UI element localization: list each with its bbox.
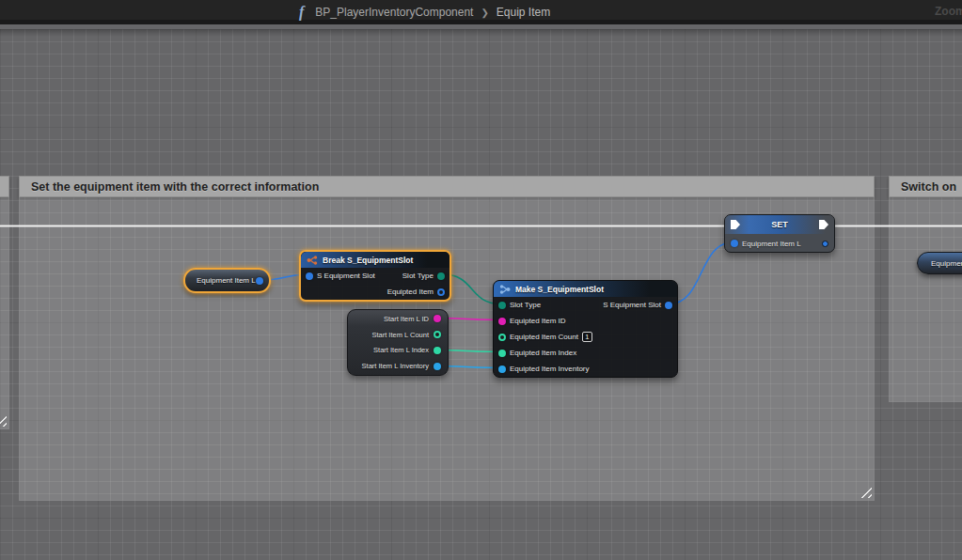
node-break-struct[interactable]: Break S_EquipmentSlot S Equipment Slot S… <box>299 250 451 302</box>
pin-slot-type-out[interactable] <box>437 272 445 280</box>
comment-left-partial[interactable] <box>0 176 9 429</box>
zoom-indicator: Zoom <box>935 5 962 18</box>
variable-label: Equipment <box>931 259 962 268</box>
make-struct-header[interactable]: Make S_EquipmentSlot <box>494 281 677 297</box>
pin-equipment-item-out[interactable] <box>822 241 828 247</box>
pin-s-equipment-slot-in[interactable] <box>306 272 313 280</box>
comment-resize-handle[interactable] <box>860 487 872 498</box>
comment-set-equipment-header[interactable]: Set the equipment item with the correct … <box>19 176 875 197</box>
node-get-equipment-right[interactable]: Equipment <box>917 252 962 274</box>
pin-label: S Equipment Slot <box>317 272 375 280</box>
graph-title-bar: f BP_PlayerInventoryComponent ❯ Equip It… <box>0 0 962 24</box>
pin-equipted-item-count-in[interactable] <box>498 334 506 341</box>
break-struct-header[interactable]: Break S_EquipmentSlot <box>301 252 449 268</box>
pin-equipted-item-id-in[interactable] <box>498 318 506 325</box>
node-title: SET <box>725 220 834 229</box>
variable-label: Start Item L Inventory <box>362 362 429 370</box>
pin-label: Equipted Item <box>387 288 434 296</box>
node-start-item-getters[interactable]: Start Item L ID Start Item L Count Start… <box>347 309 449 376</box>
getter-row[interactable]: Start Item L Inventory <box>348 358 448 374</box>
pin-label: Slot Type <box>402 272 434 280</box>
getter-row[interactable]: Start Item L Index <box>348 343 448 359</box>
node-get-equipment-item[interactable]: Equipment Item L <box>183 268 271 293</box>
make-struct-icon <box>499 285 511 294</box>
breadcrumb: f BP_PlayerInventoryComponent ❯ Equip It… <box>299 0 550 24</box>
comment-title: Set the equipment item with the correct … <box>31 180 319 194</box>
comment-resize-handle[interactable] <box>0 415 7 427</box>
pin-label: Equipted Item Count <box>510 333 578 341</box>
pin-equipted-item-inventory-in[interactable] <box>498 366 506 373</box>
function-icon: f <box>299 4 308 21</box>
node-set-equipment-item[interactable]: SET Equipment Item L <box>724 214 835 253</box>
pin-s-equipment-slot-out[interactable] <box>665 302 672 309</box>
breadcrumb-blueprint[interactable]: BP_PlayerInventoryComponent <box>315 6 473 19</box>
getter-row[interactable]: Start Item L Count <box>348 327 448 343</box>
node-title: Break S_EquipmentSlot <box>323 256 413 265</box>
pin-label: Equipted Item ID <box>510 317 566 325</box>
pin-start-item-inventory-out[interactable] <box>434 363 441 370</box>
comment-switch-on-body <box>889 197 962 402</box>
comment-switch-on-header[interactable]: Switch on <box>889 176 962 197</box>
variable-label: Start Item L ID <box>384 315 429 323</box>
variable-label: Start Item L Count <box>371 331 429 339</box>
pin-equipment-item-in[interactable] <box>731 240 738 247</box>
comment-left-header[interactable] <box>0 176 9 197</box>
pin-start-item-index-out[interactable] <box>434 347 441 354</box>
getter-row[interactable]: Start Item L ID <box>348 311 448 327</box>
comment-switch-on[interactable]: Switch on <box>889 176 962 402</box>
pin-label: Equipment Item L <box>742 240 801 248</box>
pin-equipted-item-index-in[interactable] <box>498 350 506 357</box>
pin-equipted-item-out[interactable] <box>437 288 445 296</box>
comment-title: Switch on <box>901 180 956 194</box>
comment-left-body <box>0 197 9 429</box>
pin-label: S Equipment Slot <box>603 301 661 309</box>
variable-label: Equipment Item L <box>197 276 256 285</box>
pin-slot-type-in[interactable] <box>498 302 506 309</box>
count-default-input[interactable]: 1 <box>582 332 592 342</box>
pin-label: Slot Type <box>510 301 541 309</box>
blueprint-editor: Set the equipment item with the correct … <box>0 0 962 560</box>
pin-label: Equipted Item Inventory <box>510 365 590 373</box>
breadcrumb-function[interactable]: Equip Item <box>497 6 550 19</box>
node-title: Make S_EquipmentSlot <box>515 285 604 294</box>
pin-start-item-count-out[interactable] <box>434 331 441 338</box>
set-node-header[interactable]: SET <box>725 215 834 234</box>
variable-label: Start Item L Index <box>373 346 429 354</box>
node-make-struct[interactable]: Make S_EquipmentSlot Slot Type S Equipme… <box>493 280 678 378</box>
pin-equipment-item-out[interactable] <box>256 277 263 285</box>
chevron-right-icon: ❯ <box>481 8 488 18</box>
pin-start-item-id-out[interactable] <box>434 315 441 322</box>
pin-label: Equipted Item Index <box>510 349 576 357</box>
break-struct-icon <box>307 256 318 265</box>
